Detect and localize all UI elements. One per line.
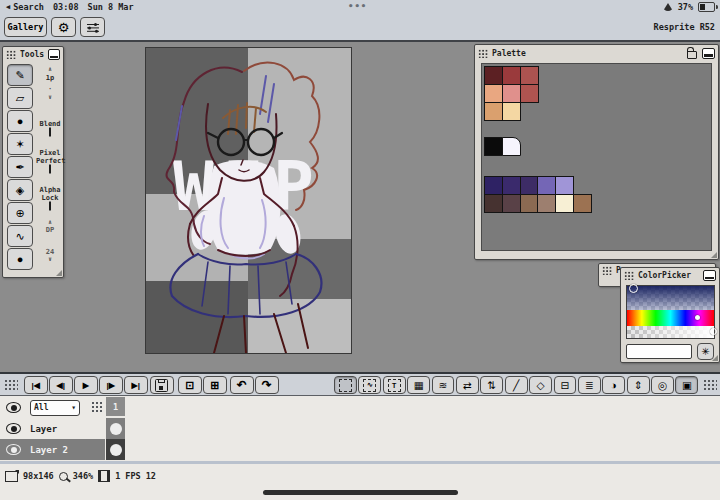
panel-collapse-icon[interactable] bbox=[702, 48, 715, 59]
paint-bucket-tool-button[interactable]: ◈ bbox=[7, 179, 33, 201]
palette-swatch[interactable] bbox=[502, 102, 521, 121]
palette-swatch[interactable] bbox=[555, 176, 574, 195]
layer-name[interactable]: Layer bbox=[30, 424, 57, 434]
undo-button[interactable]: ↶ bbox=[230, 376, 254, 394]
palette-swatch[interactable] bbox=[520, 66, 539, 85]
first-frame-button[interactable]: |◀ bbox=[24, 376, 48, 394]
marquee-select-button[interactable] bbox=[334, 376, 357, 394]
panel-resize-handle[interactable] bbox=[712, 355, 718, 361]
alpha-cursor[interactable] bbox=[710, 328, 717, 335]
layer-filter-dropdown[interactable]: All▾ bbox=[30, 400, 80, 416]
home-indicator[interactable] bbox=[263, 490, 458, 495]
pencil-tool-button[interactable]: ✎ bbox=[7, 64, 33, 86]
hex-color-input[interactable] bbox=[626, 344, 692, 359]
play-button[interactable]: ▶ bbox=[74, 376, 98, 394]
palette-swatch[interactable] bbox=[537, 176, 556, 195]
ink-blob-tool-button[interactable]: ● bbox=[7, 248, 33, 270]
onion-skin-button[interactable]: ≋ bbox=[432, 376, 455, 394]
shear-button[interactable]: ╱ bbox=[505, 376, 528, 394]
tile-mode-button[interactable]: ▦ bbox=[407, 376, 430, 394]
prev-frame-button[interactable]: ◀| bbox=[49, 376, 73, 394]
palette-swatch[interactable] bbox=[484, 84, 503, 103]
palette-swatch[interactable] bbox=[502, 84, 521, 103]
pixel-perfect-checkbox[interactable] bbox=[49, 164, 51, 174]
alpha-bar[interactable] bbox=[627, 326, 714, 338]
panel-resize-handle[interactable] bbox=[56, 270, 62, 276]
drag-handle-icon[interactable] bbox=[91, 401, 104, 414]
palette-swatch[interactable] bbox=[520, 176, 539, 195]
saturation-value-gradient[interactable] bbox=[627, 286, 714, 310]
palette-swatch[interactable] bbox=[502, 66, 521, 85]
panel-collapse-icon[interactable] bbox=[48, 49, 60, 60]
palette-swatch[interactable] bbox=[502, 194, 521, 213]
palette-swatch[interactable] bbox=[537, 194, 556, 213]
eraser-tool-button[interactable]: ▱ bbox=[7, 87, 33, 109]
duplicate-frame-button[interactable]: ⊞ bbox=[203, 376, 227, 394]
gallery-button[interactable]: Gallery bbox=[4, 17, 47, 37]
panel-resize-handle[interactable] bbox=[711, 252, 717, 258]
drag-handle-icon[interactable] bbox=[624, 271, 634, 280]
tools-panel-header[interactable]: Tools bbox=[3, 47, 63, 62]
frame-mode-button[interactable]: ▣ bbox=[675, 376, 698, 394]
search-indicator[interactable]: ◀Search bbox=[6, 2, 44, 12]
sv-cursor[interactable] bbox=[629, 284, 638, 293]
colorpicker-panel-header[interactable]: ColorPicker bbox=[621, 268, 719, 283]
palette-swatch[interactable] bbox=[502, 176, 521, 195]
rings-button[interactable]: ◎ bbox=[651, 376, 674, 394]
palette-swatch[interactable] bbox=[484, 176, 503, 195]
blend-checkbox[interactable] bbox=[49, 127, 51, 137]
layer-visibility-icon[interactable] bbox=[6, 423, 21, 434]
panel-collapse-icon[interactable] bbox=[703, 270, 716, 281]
layer-row-selected[interactable]: Layer 2 bbox=[0, 439, 68, 460]
palette-swatch[interactable] bbox=[520, 194, 539, 213]
invert-colors-button[interactable]: ◑ bbox=[602, 376, 625, 394]
new-frame-button[interactable]: ⊡ bbox=[178, 376, 202, 394]
layer-name[interactable]: Layer 2 bbox=[30, 445, 68, 455]
hue-bar[interactable] bbox=[627, 310, 714, 326]
drag-handle-icon[interactable] bbox=[602, 266, 612, 275]
hue-cursor[interactable] bbox=[695, 315, 700, 320]
symmetry-button[interactable]: ⇕ bbox=[627, 376, 650, 394]
alpha-lock-checkbox[interactable] bbox=[49, 201, 51, 211]
drag-handle-icon[interactable] bbox=[478, 49, 488, 58]
palette-swatch[interactable] bbox=[555, 194, 574, 213]
layer-frame-cell[interactable] bbox=[106, 418, 125, 439]
pen-tool-button[interactable]: ✒ bbox=[7, 156, 33, 178]
flip-vertical-button[interactable]: ⇅ bbox=[480, 376, 503, 394]
layer-frame-cell[interactable] bbox=[106, 439, 125, 460]
drag-handle-icon[interactable] bbox=[4, 379, 18, 392]
next-frame-button[interactable]: |▶ bbox=[99, 376, 123, 394]
frame-column-header[interactable]: 1 bbox=[106, 397, 125, 416]
palette-swatch[interactable] bbox=[484, 102, 503, 121]
settings-button[interactable]: ⚙ bbox=[51, 17, 76, 37]
palette-swatch[interactable] bbox=[520, 84, 539, 103]
palette-swatch[interactable] bbox=[484, 194, 503, 213]
size-up-icon[interactable]: ∧ bbox=[36, 66, 64, 72]
dither-down-icon[interactable]: ∨ bbox=[36, 256, 64, 262]
palette-swatch[interactable] bbox=[573, 194, 592, 213]
move-tool-button[interactable]: ⊕ bbox=[7, 202, 33, 224]
sphere-brush-tool-button[interactable]: ● bbox=[7, 110, 33, 132]
palette-swatch[interactable] bbox=[484, 66, 503, 85]
split-frames-button[interactable]: ⊟ bbox=[554, 376, 577, 394]
palette-swatch[interactable] bbox=[484, 137, 503, 156]
lock-icon[interactable] bbox=[687, 51, 697, 59]
brush-size-value[interactable]: 1p bbox=[36, 74, 64, 82]
preferences-button[interactable] bbox=[80, 17, 105, 37]
palette-panel-header[interactable]: Palette bbox=[475, 45, 718, 61]
multitask-dots-icon[interactable]: ••• bbox=[348, 1, 367, 11]
text-select-button[interactable]: T bbox=[383, 376, 406, 394]
canvas[interactable]: WIP bbox=[145, 47, 352, 354]
visibility-all-icon[interactable] bbox=[6, 402, 21, 413]
size-down-icon[interactable]: ∨ bbox=[36, 94, 64, 100]
curve-tool-button[interactable]: ∿ bbox=[7, 225, 33, 247]
magic-wand-tool-button[interactable]: ✶ bbox=[7, 133, 33, 155]
flip-horizontal-button[interactable]: ⇄ bbox=[456, 376, 479, 394]
transform-selection-button[interactable]: ∿ bbox=[358, 376, 381, 394]
redo-button[interactable]: ↷ bbox=[255, 376, 279, 394]
layer-row[interactable]: Layer bbox=[0, 418, 57, 439]
layer-visibility-icon[interactable] bbox=[6, 444, 21, 455]
rotate-button[interactable]: ◇ bbox=[529, 376, 552, 394]
drag-handle-icon[interactable] bbox=[6, 50, 16, 59]
dither-up-icon[interactable]: ∧ bbox=[36, 219, 64, 225]
